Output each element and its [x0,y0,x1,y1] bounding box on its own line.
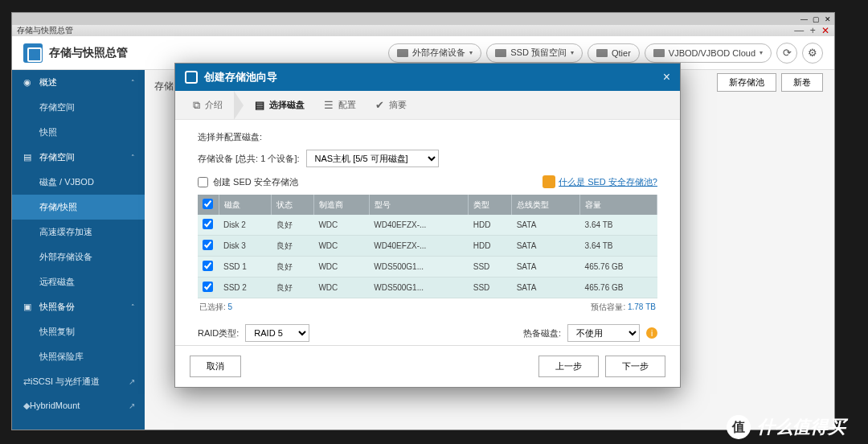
col-model: 型号 [369,195,468,215]
sidebar-item-snapshot-vault[interactable]: 快照保险库 [12,344,145,369]
chevron-up-icon: ˄ [131,154,135,162]
modal-close-button[interactable]: × [663,70,670,84]
device-label: 存储设备 [总共: 1 个设备]: [198,153,300,165]
check-circle-icon: ✔ [375,99,384,111]
col-status: 状态 [272,195,314,215]
sed-checkbox-row[interactable]: 创建 SED 安全存储池 [198,176,298,188]
step-configure[interactable]: ☰配置 [316,99,364,111]
col-maker: 制造商 [313,195,369,215]
col-capacity: 容量 [580,195,657,215]
disk-icon: ▤ [255,99,264,111]
device-select[interactable]: NAS主机 [5/5 可用磁盘] [306,150,439,167]
sidebar-item-remote-disk[interactable]: 远程磁盘 [12,269,145,294]
new-volume-button[interactable]: 新卷 [781,73,823,92]
selected-label: 已选择: [199,302,226,311]
select-all-checkbox[interactable] [203,199,213,209]
chevron-up-icon: ˄ [131,303,135,311]
col-type: 类型 [469,195,512,215]
selected-count: 5 [228,302,233,311]
col-disk: 磁盘 [219,195,272,215]
row-checkbox[interactable] [203,219,213,229]
sidebar-item-disk-vjbod[interactable]: 磁盘 / VJBOD [12,170,145,195]
chevron-up-icon: ˄ [131,79,135,87]
sidebar-link-iscsi[interactable]: ⇄iSCSI 与光纤通道↗ [12,369,145,394]
sidebar-item-snapshot-replica[interactable]: 快照复制 [12,319,145,344]
qtier-icon [596,49,608,57]
wizard-steps: ⧉介绍 ▤选择磁盘 ☰配置 ✔摘要 [175,91,680,120]
step-select-disk[interactable]: ▤选择磁盘 [247,99,313,111]
select-config-label: 选择并配置磁盘: [198,131,657,143]
external-link-icon: ↗ [129,377,135,386]
sliders-icon: ☰ [324,99,334,111]
next-button[interactable]: 下一步 [605,356,665,377]
app-title: 存储与快照总管 [49,46,388,60]
table-row[interactable]: SSD 1良好WDCWDS500G1...SSDSATA465.76 GB [198,257,657,278]
external-link-icon: ↗ [129,401,135,410]
raid-select[interactable]: RAID 5 [245,324,309,342]
maximize-icon[interactable]: ▢ [813,15,820,23]
window-title-bar: 存储与快照总管 — + ✕ [12,25,834,36]
create-pool-wizard-modal: 创建存储池向导 × ⧉介绍 ▤选择磁盘 ☰配置 ✔摘要 选择并配置磁盘: 存储设… [174,63,681,388]
window-title: 存储与快照总管 [17,25,73,36]
spare-select[interactable]: 不使用 [567,324,640,342]
copy-icon: ⧉ [193,99,200,112]
info-icon[interactable]: i [646,327,657,339]
step-summary[interactable]: ✔摘要 [367,99,415,111]
estimate-value: 1.78 TB [628,302,656,311]
watermark-badge-icon: 值 [727,415,751,439]
prev-button[interactable]: 上一步 [538,356,599,377]
sidebar-link-hybridmount[interactable]: ◆HybridMount↗ [12,394,145,417]
arrow-icon: ⇄ [23,376,31,386]
estimate-label: 预估容量: [591,302,625,311]
pill-vjbod-cloud[interactable]: VJBOD/VJBOD Cloud▾ [645,43,772,63]
ssd-icon [495,49,506,57]
modal-header: 创建存储池向导 × [175,64,680,91]
refresh-button[interactable]: ⟳ [776,43,797,64]
sidebar-group-storage[interactable]: ▤存储空间˄ [12,145,145,170]
table-row[interactable]: Disk 2良好WDCWD40EFZX-...HDDSATA3.64 TB [198,215,657,236]
sidebar-item-storage-snapshot[interactable]: 存储/快照 [12,195,145,220]
pill-qtier[interactable]: Qtier [588,43,640,63]
new-pool-button[interactable]: 新存储池 [717,73,776,92]
device-icon [397,49,408,57]
row-checkbox[interactable] [203,261,213,271]
stack-icon: ▤ [22,152,33,162]
minimize-icon[interactable]: — [800,15,808,23]
cloud-icon [653,49,665,57]
sidebar-group-snapshot-backup[interactable]: ▣快照备份˄ [12,294,145,319]
sed-checkbox[interactable] [198,177,208,187]
sidebar-group-overview[interactable]: ◉概述˄ [12,70,145,95]
sidebar-item-storage-space[interactable]: 存储空间 [12,95,145,120]
settings-button[interactable]: ⚙ [802,43,823,64]
step-intro[interactable]: ⧉介绍 [185,99,231,112]
modal-title: 创建存储池向导 [204,70,277,84]
close-icon[interactable]: ✕ [825,15,831,23]
sed-help-link[interactable]: 什么是 SED 安全存储池? [542,175,657,188]
storage-icon [23,43,43,63]
win-maximize-icon[interactable]: + [810,25,816,36]
sidebar-item-ext-device[interactable]: 外部存储设备 [12,245,145,269]
row-checkbox[interactable] [203,282,213,292]
help-badge-icon [542,175,555,188]
camera-icon: ▣ [22,302,33,312]
pill-external-storage[interactable]: 外部存储设备▾ [388,43,481,63]
sidebar: ◉概述˄ 存储空间 快照 ▤存储空间˄ 磁盘 / VJBOD 存储/快照 高速缓… [12,70,145,430]
win-minimize-icon[interactable]: — [794,25,804,36]
row-checkbox[interactable] [203,240,213,250]
win-close-icon[interactable]: ✕ [821,25,829,36]
outer-title-bar: — ▢ ✕ [12,13,834,25]
raid-label: RAID类型: [198,327,239,339]
spare-label: 热备磁盘: [523,327,561,339]
table-row[interactable]: Disk 3良好WDCWD40EFZX-...HDDSATA3.64 TB [198,236,657,257]
cancel-button[interactable]: 取消 [190,356,241,377]
sidebar-item-snapshot[interactable]: 快照 [12,120,145,145]
pill-ssd-reserve[interactable]: SSD 预留空间▾ [486,43,583,63]
watermark: 值 什么值得买 [727,415,845,439]
table-row[interactable]: SSD 2良好WDCWDS500G1...SSDSATA465.76 GB [198,278,657,298]
disk-table: 磁盘 状态 制造商 型号 类型 总线类型 容量 Disk 2良好WDCWD40E… [198,195,657,298]
col-bus: 总线类型 [512,195,580,215]
gauge-icon: ◉ [22,77,33,88]
pool-icon [185,71,198,84]
sidebar-item-cache[interactable]: 高速缓存加速 [12,220,145,245]
mount-icon: ◆ [23,401,30,410]
